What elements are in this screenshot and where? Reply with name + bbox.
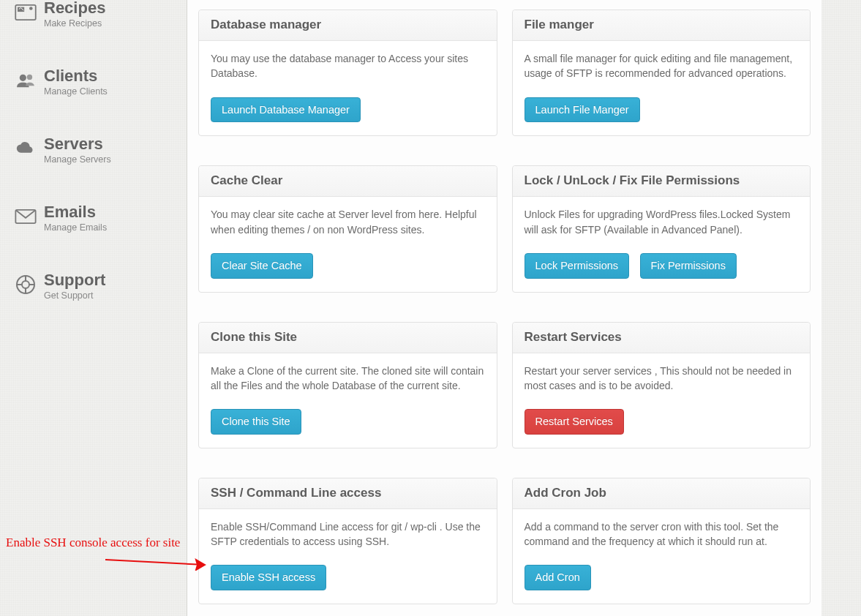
sidebar-item-sub: Get Support (44, 290, 105, 301)
annotation-text: Enable SSH console access for site (6, 536, 180, 549)
svg-point-3 (20, 75, 26, 81)
card-desc: Restart your server services , This shou… (525, 364, 799, 394)
sidebar-item-emails[interactable]: Emails Manage Emails (0, 200, 187, 246)
sidebar: Recipes Make Recipes Clients Manage Clie… (0, 0, 187, 336)
sidebar-item-title: Servers (44, 136, 111, 152)
restart-services-button[interactable]: Restart Services (525, 409, 624, 435)
main-content: Database manager You may use the databas… (187, 0, 821, 616)
lifebuoy-icon (13, 272, 38, 297)
clear-site-cache-button[interactable]: Clear Site Cache (211, 253, 313, 279)
card-clone-site: Clone this Site Make a Clone of the curr… (198, 322, 497, 448)
sidebar-item-recipes[interactable]: Recipes Make Recipes (0, 0, 187, 42)
sidebar-item-sub: Manage Emails (44, 222, 107, 233)
sidebar-item-support[interactable]: Support Get Support (0, 268, 187, 314)
sidebar-item-sub: Manage Servers (44, 154, 111, 165)
envelope-icon (13, 204, 38, 229)
card-title: Cache Clear (199, 166, 497, 197)
cloud-icon (13, 136, 38, 161)
card-desc: You may use the database manager to Acce… (211, 51, 485, 81)
card-desc: A small file manager for quick editing a… (525, 51, 799, 81)
card-restart-services: Restart Services Restart your server ser… (512, 322, 811, 448)
svg-point-7 (22, 281, 29, 288)
cards-grid: Database manager You may use the databas… (198, 0, 811, 604)
card-desc: You may clear site cache at Server level… (211, 207, 485, 237)
card-title: Restart Services (513, 323, 811, 353)
add-cron-button[interactable]: Add Cron (525, 565, 591, 590)
sidebar-item-clients[interactable]: Clients Manage Clients (0, 64, 187, 110)
card-title: SSH / Command Line access (199, 478, 497, 509)
card-desc: Enable SSH/Command Line access for git /… (211, 519, 485, 549)
clone-site-button[interactable]: Clone this Site (211, 409, 301, 435)
lock-permissions-button[interactable]: Lock Permissions (525, 253, 630, 279)
card-add-cron: Add Cron Job Add a command to the server… (512, 478, 811, 604)
card-database-manager: Database manager You may use the databas… (198, 10, 497, 136)
fix-permissions-button[interactable]: Fix Permissions (640, 253, 737, 279)
sidebar-item-title: Support (44, 272, 105, 288)
card-title: Add Cron Job (513, 478, 811, 509)
enable-ssh-access-button[interactable]: Enable SSH access (211, 565, 326, 590)
card-ssh-access: SSH / Command Line access Enable SSH/Com… (198, 478, 497, 604)
card-title: File manger (513, 10, 811, 41)
clients-icon (13, 68, 38, 93)
card-file-permissions: Lock / UnLock / Fix File Permissions Unl… (512, 165, 811, 292)
sidebar-item-title: Recipes (44, 0, 105, 16)
sidebar-item-sub: Manage Clients (44, 86, 108, 97)
sidebar-item-servers[interactable]: Servers Manage Servers (0, 132, 187, 178)
annotation-overlay: Enable SSH console access for site (6, 536, 180, 550)
card-desc: Make a Clone of the current site. The cl… (211, 364, 485, 394)
recipes-icon (13, 0, 38, 25)
card-cache-clear: Cache Clear You may clear site cache at … (198, 165, 497, 292)
card-file-manager: File manger A small file manager for qui… (512, 10, 811, 136)
card-desc: Add a command to the server cron with th… (525, 519, 799, 549)
svg-point-2 (29, 7, 33, 10)
sidebar-item-title: Clients (44, 68, 108, 84)
sidebar-item-sub: Make Recipes (44, 18, 105, 29)
card-desc: Unlock Files for upgrading WordPress fil… (525, 207, 799, 237)
card-title: Database manager (199, 10, 497, 41)
launch-file-manager-button[interactable]: Launch File Manger (525, 97, 640, 123)
card-title: Lock / UnLock / Fix File Permissions (513, 166, 811, 197)
card-title: Clone this Site (199, 323, 497, 353)
sidebar-item-title: Emails (44, 204, 107, 220)
launch-database-manager-button[interactable]: Launch Database Manager (211, 97, 361, 123)
svg-point-4 (27, 75, 32, 80)
